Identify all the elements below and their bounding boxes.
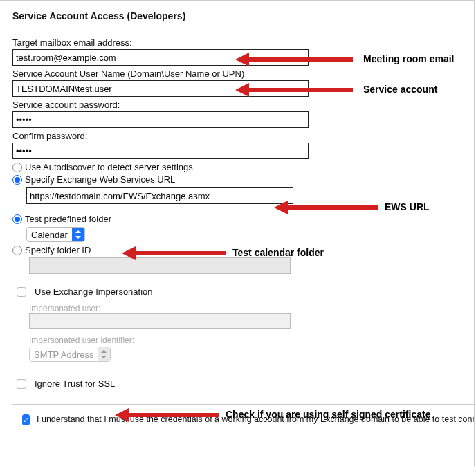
specify-folder-id-label: Specify folder ID (25, 245, 91, 255)
annotation-meeting-room: Meeting room email (363, 53, 454, 64)
service-account-password-label: Service account password: (12, 100, 474, 110)
ews-url-input[interactable] (26, 187, 293, 204)
predefined-folder-value: Calendar (27, 230, 72, 240)
annotation-test-folder: Test calendar folder (232, 247, 324, 258)
specify-folder-id-radio[interactable] (12, 246, 22, 255)
acknowledge-checkbox[interactable]: ✓ (22, 414, 30, 425)
annotation-ews-url: EWS URL (385, 201, 430, 212)
use-impersonation-label: Use Exchange Impersonation (35, 286, 153, 297)
autodiscover-radio[interactable] (12, 163, 22, 172)
test-predefined-folder-radio[interactable] (12, 214, 22, 224)
chevron-updown-icon (98, 347, 110, 361)
autodiscover-label: Use Autodiscover to detect server settin… (25, 162, 193, 172)
target-mailbox-input[interactable] (12, 49, 309, 66)
service-account-password-input[interactable] (12, 111, 309, 128)
specify-ews-url-radio[interactable] (12, 175, 22, 185)
service-account-user-input[interactable] (12, 80, 309, 97)
impersonated-user-input (29, 313, 291, 329)
confirm-password-label: Confirm password: (12, 131, 474, 141)
specify-ews-url-label: Specify Exchange Web Services URL (25, 174, 175, 185)
test-predefined-folder-label: Test predefined folder (25, 214, 111, 224)
service-account-user-label: Service Account User Name (Domain\User N… (12, 68, 474, 79)
ignore-ssl-checkbox[interactable] (17, 379, 26, 389)
impersonated-user-id-select: SMTP Address (29, 347, 111, 362)
page-title: Service Account Access (Developers) (0, 1, 474, 21)
target-mailbox-label: Target mailbox email address: (12, 37, 474, 48)
confirm-password-input[interactable] (12, 143, 309, 159)
divider (12, 404, 475, 405)
annotation-service-account: Service account (363, 84, 437, 95)
ignore-ssl-label: Ignore Trust for SSL (35, 378, 115, 389)
impersonated-user-id-value: SMTP Address (30, 349, 98, 360)
chevron-updown-icon (72, 228, 84, 241)
annotation-ssl: Check if you are using self signed certi… (226, 409, 430, 420)
folder-id-input (29, 257, 291, 274)
predefined-folder-select[interactable]: Calendar (26, 227, 85, 242)
use-impersonation-checkbox[interactable] (17, 287, 26, 297)
impersonated-user-id-label: Impersonated user identifier: (29, 336, 474, 345)
impersonated-user-label: Impersonated user: (29, 304, 474, 313)
